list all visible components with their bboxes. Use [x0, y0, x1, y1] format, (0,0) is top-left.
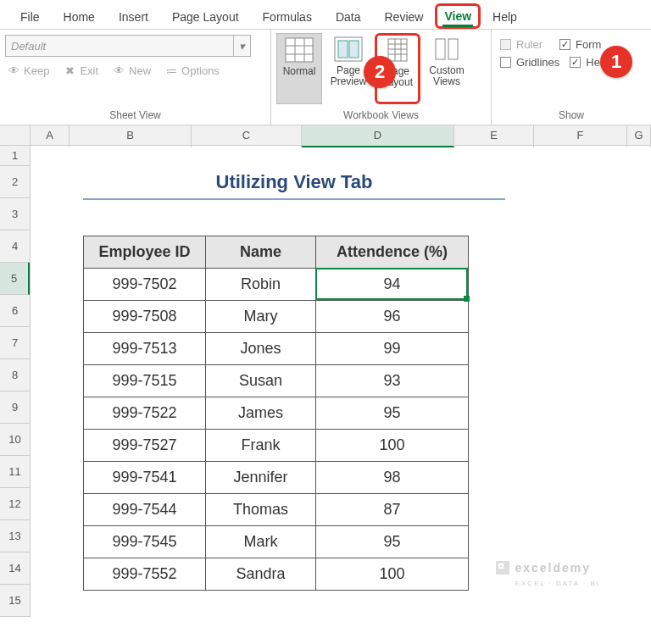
cell[interactable]: Mark [206, 526, 316, 558]
row-header-1[interactable]: 1 [0, 146, 30, 166]
tab-data[interactable]: Data [324, 5, 373, 29]
col-header-A[interactable]: A [31, 125, 70, 147]
row-header-4[interactable]: 4 [0, 230, 30, 263]
cell[interactable]: 93 [316, 365, 469, 397]
cell[interactable]: Jones [206, 333, 316, 365]
watermark-icon [496, 561, 509, 575]
custom-views-icon [432, 36, 461, 62]
tab-file[interactable]: File [8, 5, 52, 29]
group-label: Sheet View [5, 108, 265, 125]
checkbox-icon [500, 57, 511, 68]
callout-1: 1 [600, 46, 632, 78]
row-header-5[interactable]: 5 [0, 263, 30, 295]
tab-home[interactable]: Home [52, 5, 107, 29]
col-header-cell: Attendence (%) [316, 236, 469, 269]
cell[interactable]: 999-7552 [84, 558, 206, 591]
table-row: 999-7541Jennifer98 [84, 462, 469, 494]
col-header-F[interactable]: F [534, 125, 627, 147]
col-header-D[interactable]: D [302, 125, 454, 147]
col-header-E[interactable]: E [454, 125, 534, 147]
cell[interactable]: 999-7513 [84, 333, 206, 365]
row-header-3[interactable]: 3 [0, 198, 30, 230]
table-row: 999-7552Sandra100 [84, 558, 469, 591]
col-header-G[interactable]: G [627, 125, 651, 147]
row-header-11[interactable]: 11 [0, 456, 30, 488]
new-icon: 👁 [112, 64, 125, 77]
cell[interactable]: 999-7545 [84, 526, 206, 558]
table-row: 999-7544Thomas87 [84, 494, 469, 526]
cell[interactable]: Susan [206, 365, 316, 397]
svg-rect-7 [349, 41, 359, 58]
col-header-C[interactable]: C [192, 125, 302, 147]
table-row: 999-7545Mark95 [84, 526, 469, 558]
tab-view[interactable]: View [435, 3, 481, 29]
cell[interactable]: Mary [206, 301, 316, 333]
table-row: 999-7522James95 [84, 397, 469, 430]
cell[interactable]: Jennifer [206, 462, 316, 494]
table-row: 999-7508Mary96 [84, 301, 469, 333]
svg-rect-15 [448, 39, 458, 59]
cell[interactable]: 999-7544 [84, 494, 206, 526]
row-header-14[interactable]: 14 [0, 552, 30, 585]
tab-review[interactable]: Review [373, 5, 436, 29]
cell[interactable]: 98 [316, 462, 469, 494]
cell[interactable]: 87 [316, 494, 469, 526]
col-header-B[interactable]: B [70, 125, 192, 147]
tab-page-layout[interactable]: Page Layout [160, 5, 251, 29]
formula-bar-checkbox[interactable]: ✓Form [559, 38, 601, 51]
normal-view-button[interactable]: Normal [276, 33, 322, 104]
svg-rect-8 [388, 39, 407, 61]
normal-view-icon [285, 37, 314, 63]
sheet-area[interactable]: Utilizing View Tab Employee IDNameAttend… [31, 146, 651, 617]
cell[interactable]: Robin [206, 269, 316, 301]
cell[interactable]: 999-7522 [84, 397, 206, 430]
exit-button: ✖Exit [63, 64, 98, 77]
select-all-cell[interactable] [0, 125, 31, 147]
cell[interactable]: 999-7515 [84, 365, 206, 397]
svg-rect-14 [436, 39, 445, 59]
cell[interactable]: 95 [316, 397, 469, 430]
cell[interactable]: James [206, 397, 316, 430]
callout-2: 2 [364, 56, 396, 88]
tab-help[interactable]: Help [481, 5, 529, 29]
row-header-7[interactable]: 7 [0, 327, 30, 359]
worksheet-grid[interactable]: 123456789101112131415 Utilizing View Tab… [0, 146, 651, 617]
cell[interactable]: 96 [316, 301, 469, 333]
row-header-10[interactable]: 10 [0, 424, 30, 456]
cell[interactable]: 100 [316, 558, 469, 591]
exit-icon: ✖ [63, 64, 76, 77]
tab-insert[interactable]: Insert [107, 5, 160, 29]
keep-icon: 👁 [7, 64, 20, 77]
gridlines-checkbox[interactable]: Gridlines [500, 56, 559, 69]
cell[interactable]: Sandra [206, 558, 316, 591]
custom-views-button[interactable]: CustomViews [424, 33, 470, 104]
tab-formulas[interactable]: Formulas [251, 5, 324, 29]
row-header-8[interactable]: 8 [0, 359, 30, 391]
row-header-9[interactable]: 9 [0, 391, 30, 424]
cell[interactable]: 94 [316, 269, 469, 301]
cell[interactable]: 999-7502 [84, 269, 206, 301]
sheet-view-combo[interactable]: Default ▾ [5, 35, 251, 57]
row-header-12[interactable]: 12 [0, 488, 30, 520]
row-headers[interactable]: 123456789101112131415 [0, 146, 31, 617]
cell[interactable]: 999-7541 [84, 462, 206, 494]
row-header-15[interactable]: 15 [0, 585, 30, 617]
cell[interactable]: 999-7527 [84, 430, 206, 462]
cell[interactable]: Frank [206, 430, 316, 462]
cell[interactable]: 95 [316, 526, 469, 558]
row-header-6[interactable]: 6 [0, 295, 30, 327]
chevron-down-icon[interactable]: ▾ [233, 36, 250, 56]
cell[interactable]: 99 [316, 333, 469, 365]
row-header-2[interactable]: 2 [0, 166, 30, 198]
page-break-icon [334, 36, 363, 62]
cell[interactable]: 999-7508 [84, 301, 206, 333]
table-row: 999-7513Jones99 [84, 333, 469, 365]
cell[interactable]: Thomas [206, 494, 316, 526]
keep-button: 👁Keep [7, 64, 49, 77]
row-header-13[interactable]: 13 [0, 520, 30, 552]
cell[interactable]: 100 [316, 430, 469, 462]
ribbon: Default ▾ 👁Keep ✖Exit 👁New ≔Options Shee… [0, 29, 651, 125]
group-label: Workbook Views [276, 108, 486, 125]
group-show: Ruler ✓Form Gridlines ✓Head Show [492, 30, 651, 125]
column-headers[interactable]: ABCDEFG [0, 125, 651, 146]
